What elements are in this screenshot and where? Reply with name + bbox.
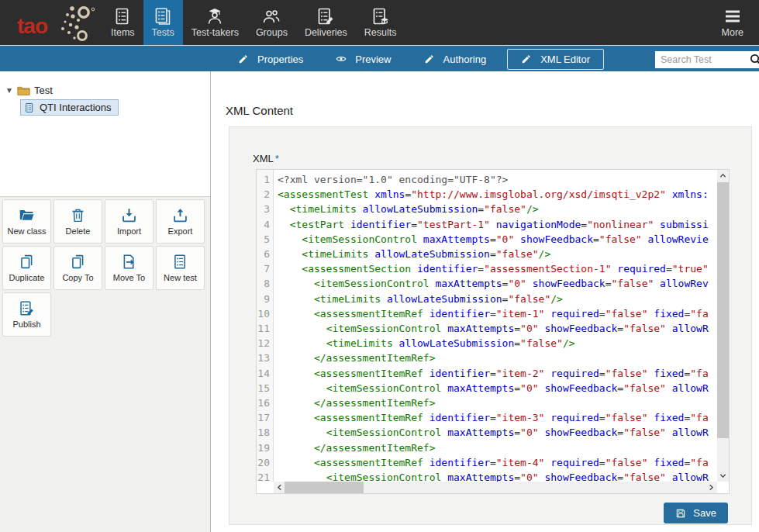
search-icon[interactable] [749,53,759,67]
action-button-label: Import [117,226,141,236]
code-line: <itemSessionControl maxAttempts="0" show… [278,381,717,396]
pencil-icon [238,54,249,64]
tab-properties[interactable]: Properties [222,46,319,72]
nav-item-label: Tests [152,27,174,38]
scroll-up-arrow[interactable] [717,170,729,181]
trash-icon [70,207,86,223]
vertical-scrollbar[interactable] [717,170,729,482]
horizontal-scrollbar[interactable] [274,482,717,493]
code-line: <timeLimits allowLateSubmission="false"/… [278,202,717,216]
line-number: 10 [257,306,273,321]
nav-item-label: Deliveries [305,27,347,38]
line-number-gutter: 123456789101112131415161718192021 [257,170,274,482]
line-number: 12 [257,336,273,351]
action-button-label: Move To [113,273,145,282]
action-publish-button[interactable]: Publish [2,292,51,337]
line-number: 8 [257,276,273,291]
action-export-button[interactable]: Export [156,199,205,244]
nav-item-label: Test-takers [191,27,239,38]
list-pencil-icon [316,7,335,26]
nav-item-more[interactable]: More [712,0,753,45]
list-cap-icon [371,7,390,26]
code-line: <itemSessionControl maxAttempts="0" show… [278,321,717,336]
import-icon [121,207,137,223]
nav-item-test-takers[interactable]: Test-takers [183,0,247,45]
code-line: <assessmentItemRef identifier="item-3" r… [278,410,717,425]
folder-icon [17,85,30,96]
search-input[interactable] [655,51,742,68]
line-number: 21 [257,470,273,482]
test-tree: ▼ Test QTI Interactions [0,71,210,196]
line-number: 19 [257,440,273,455]
nav-more-label: More [722,27,743,38]
code-line: </assessmentItemRef> [278,440,717,455]
tab-authoring[interactable]: Authoring [408,46,503,72]
scroll-left-arrow[interactable] [274,482,285,493]
nav-item-results[interactable]: Results [356,0,405,45]
action-new-test-button[interactable]: New test [156,246,205,290]
copy-icon [19,254,35,270]
action-duplicate-button[interactable]: Duplicate [2,246,51,290]
line-number: 11 [257,321,273,336]
action-move-to-button[interactable]: Move To [105,246,154,290]
save-button[interactable]: Save [664,503,728,523]
code-line: <itemSessionControl maxAttempts="0" show… [278,470,717,482]
scroll-right-arrow[interactable] [706,482,717,493]
line-number: 2 [257,187,273,202]
test-taker-icon [205,7,224,26]
tab-xml-editor[interactable]: XML Editor [507,49,604,70]
nav-item-items[interactable]: Items [102,0,143,45]
action-delete-button[interactable]: Delete [53,199,102,244]
more-icon [723,7,742,26]
nav-item-groups[interactable]: Groups [247,0,296,45]
nav-item-label: Results [364,27,397,38]
tree-node-qti-interactions-selected[interactable]: QTI Interactions [20,99,119,116]
code-line: <timeLimits allowLateSubmission="false"/… [278,247,717,261]
tab-label: Preview [355,54,391,65]
action-button-label: Delete [66,226,91,236]
nav-item-deliveries[interactable]: Deliveries [296,0,356,45]
list-pages-icon [154,7,172,26]
action-import-button[interactable]: Import [105,199,154,244]
tree-node-test[interactable]: ▼ Test [5,85,53,96]
tao-logo-text: tao [17,14,47,39]
line-number: 1 [257,172,273,187]
top-navigation-bar: tao ItemsTestsTest-takersGroupsDeliverie… [0,0,759,45]
action-toolbar: PropertiesPreviewAuthoringXML Editor [0,45,759,71]
line-number: 5 [257,232,273,247]
tree-node-label: QTI Interactions [40,102,111,113]
horizontal-scrollbar-thumb[interactable] [285,482,364,493]
required-marker: * [275,153,279,164]
xml-code-editor[interactable]: 123456789101112131415161718192021 <?xml … [256,169,730,494]
line-number: 9 [257,292,273,306]
line-number: 3 [257,202,273,216]
vertical-scrollbar-thumb[interactable] [717,182,729,438]
line-number: 13 [257,351,273,365]
caret-down-icon[interactable]: ▼ [5,86,13,95]
line-number: 18 [257,425,273,440]
line-number: 20 [257,455,273,470]
action-copy-to-button[interactable]: Copy To [53,246,102,290]
code-area[interactable]: <?xml version="1.0" encoding="UTF-8"?><a… [274,170,717,482]
code-line: <timeLimits allowLateSubmission="false"/… [278,292,717,306]
code-line: <testPart identifier="testPart-1" naviga… [278,217,717,232]
page-title: XML Content [226,104,293,117]
list-page-icon [172,254,188,270]
nav-item-tests[interactable]: Tests [143,0,183,45]
save-button-label: Save [693,507,716,519]
pencil-icon [424,54,435,64]
xml-field-label: XML* [253,153,279,164]
tao-logo[interactable]: tao [11,3,96,43]
action-new-class-button[interactable]: New class [2,199,51,244]
scroll-down-arrow[interactable] [717,470,729,482]
floppy-disk-icon [675,508,686,519]
group-icon [262,7,281,26]
tab-preview[interactable]: Preview [319,46,407,72]
move-icon [121,254,137,270]
test-icon [24,102,35,113]
copy-icon [70,254,86,270]
pencil-icon [521,54,532,64]
code-line: <itemSessionControl maxAttempts="0" show… [278,425,717,440]
code-line: <assessmentItemRef identifier="item-4" r… [278,455,717,470]
action-button-label: New class [7,226,46,236]
